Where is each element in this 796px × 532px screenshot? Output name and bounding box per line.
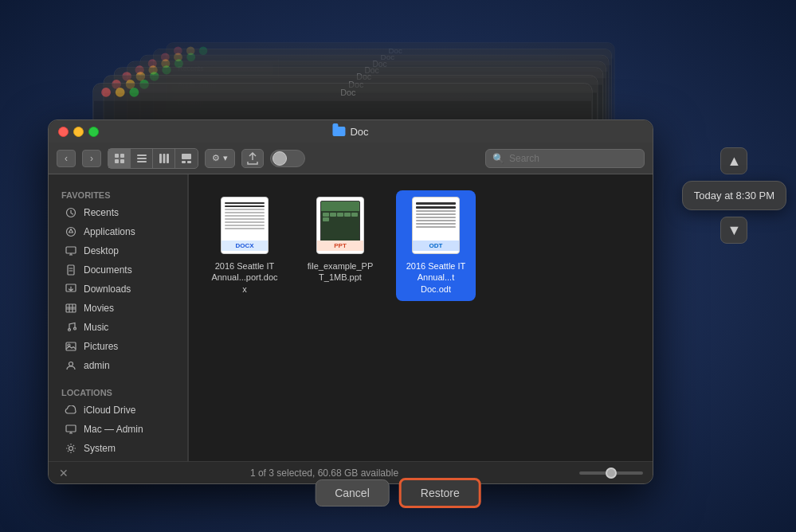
- docx-line: [225, 205, 265, 207]
- restore-button[interactable]: Restore: [399, 478, 481, 508]
- file-area: 2016 Seattle IT Annual...port.docx: [189, 174, 653, 461]
- applications-label: Applications: [84, 226, 135, 237]
- svg-rect-11: [182, 161, 186, 163]
- ppt-icon: [316, 197, 364, 254]
- slider-track[interactable]: [579, 471, 643, 475]
- desktop-icon: [65, 244, 77, 257]
- docx-line: [225, 212, 265, 213]
- maximize-button[interactable]: [88, 127, 99, 137]
- sidebar-item-desktop[interactable]: Desktop: [52, 241, 184, 260]
- close-button[interactable]: [58, 127, 69, 137]
- window-title: Doc: [332, 126, 368, 138]
- odt-line: [416, 213, 456, 215]
- svg-rect-21: [66, 342, 76, 350]
- svg-rect-2: [115, 159, 119, 163]
- svg-rect-24: [66, 425, 76, 432]
- sidebar-item-music[interactable]: Music: [52, 318, 184, 337]
- ppt-cell: [323, 217, 329, 221]
- odt-line: [416, 217, 456, 218]
- svg-rect-6: [137, 161, 147, 162]
- file-item-docx[interactable]: 2016 Seattle IT Annual...port.docx: [205, 190, 284, 301]
- search-input[interactable]: [509, 153, 637, 164]
- docx-line: [225, 221, 265, 223]
- applications-icon: [65, 225, 77, 238]
- odt-lines: [413, 198, 459, 253]
- docx-line: [225, 225, 265, 226]
- notification-down-button[interactable]: ▼: [720, 217, 747, 244]
- docx-line: [225, 209, 265, 210]
- ppt-slide-body: [321, 211, 359, 223]
- search-box: 🔍: [485, 149, 645, 168]
- recents-label: Recents: [84, 207, 119, 218]
- view-columns-button[interactable]: [153, 149, 175, 168]
- documents-icon: [65, 264, 77, 276]
- sidebar-item-recents[interactable]: Recents: [52, 203, 184, 222]
- toggle-knob: [273, 151, 287, 166]
- svg-rect-18: [66, 304, 76, 312]
- pictures-label: Pictures: [84, 341, 118, 352]
- sidebar-item-downloads[interactable]: Downloads: [52, 280, 184, 299]
- titlebar: Doc: [49, 120, 653, 143]
- mac-icon: [65, 423, 77, 436]
- odt-line: [416, 226, 456, 228]
- file-item-ppt[interactable]: file_example_PPT_1MB.ppt: [300, 190, 380, 290]
- sidebar-item-icloud[interactable]: iCloud Drive: [52, 401, 184, 420]
- svg-rect-3: [120, 159, 124, 163]
- sidebar-item-admin[interactable]: admin: [52, 356, 184, 375]
- view-gallery-button[interactable]: [175, 149, 198, 168]
- view-icon-button[interactable]: [108, 149, 131, 168]
- sidebar-item-mac[interactable]: Mac — Admin: [52, 420, 184, 439]
- svg-point-25: [69, 447, 73, 451]
- sidebar: Favorites Recents Application: [49, 174, 188, 461]
- view-buttons-group: [108, 148, 198, 169]
- main-window: Doc ‹ ›: [48, 119, 653, 484]
- content-area: Favorites Recents Application: [49, 174, 653, 461]
- svg-rect-1: [120, 154, 124, 158]
- pictures-icon: [65, 340, 77, 353]
- toggle-button[interactable]: [270, 150, 305, 167]
- documents-label: Documents: [84, 264, 132, 276]
- svg-point-23: [69, 362, 73, 366]
- sidebar-item-system[interactable]: System: [52, 439, 184, 458]
- minimize-button[interactable]: [73, 127, 84, 137]
- odt-icon: [412, 197, 460, 254]
- movies-icon: [65, 302, 77, 315]
- status-text: 1 of 3 selected, 60.68 GB available: [79, 467, 570, 479]
- desktop-label: Desktop: [84, 245, 119, 256]
- svg-rect-15: [66, 247, 76, 253]
- docx-line: [225, 202, 265, 204]
- cancel-button[interactable]: Cancel: [315, 479, 390, 507]
- slider-thumb: [606, 467, 617, 479]
- sidebar-item-pictures[interactable]: Pictures: [52, 337, 184, 356]
- icloud-label: iCloud Drive: [84, 405, 135, 416]
- folder-icon: [332, 127, 345, 136]
- svg-rect-16: [68, 265, 74, 275]
- locations-label: Locations: [49, 388, 187, 397]
- search-icon: 🔍: [492, 153, 504, 164]
- notification-popup: ▲ Today at 8:30 PM ▼: [682, 147, 786, 244]
- status-close-button[interactable]: ✕: [58, 467, 69, 479]
- file-name-ppt: file_example_PPT_1MB.ppt: [307, 260, 374, 284]
- downloads-icon: [65, 283, 77, 295]
- svg-rect-12: [187, 161, 191, 163]
- traffic-lights: [58, 127, 99, 137]
- action-button[interactable]: ⚙ ▾: [205, 149, 235, 168]
- forward-button[interactable]: ›: [82, 150, 101, 167]
- svg-rect-5: [137, 158, 147, 159]
- recents-icon: [65, 206, 77, 219]
- sidebar-item-movies[interactable]: Movies: [52, 299, 184, 318]
- share-button[interactable]: [241, 149, 264, 168]
- movies-label: Movies: [84, 303, 114, 314]
- downloads-label: Downloads: [84, 284, 131, 295]
- sidebar-item-applications[interactable]: Applications: [52, 222, 184, 241]
- file-item-odt[interactable]: 2016 Seattle IT Annual...t Doc.odt: [396, 190, 476, 301]
- odt-line: [416, 220, 456, 221]
- docx-line: [225, 215, 265, 217]
- back-button[interactable]: ‹: [57, 150, 76, 167]
- docx-line: [225, 218, 265, 220]
- notification-up-button[interactable]: ▲: [720, 147, 747, 174]
- view-list-button[interactable]: [131, 149, 153, 168]
- ppt-slide: [320, 201, 360, 250]
- notification-time: Today at 8:30 PM: [682, 181, 786, 210]
- sidebar-item-documents[interactable]: Documents: [52, 260, 184, 280]
